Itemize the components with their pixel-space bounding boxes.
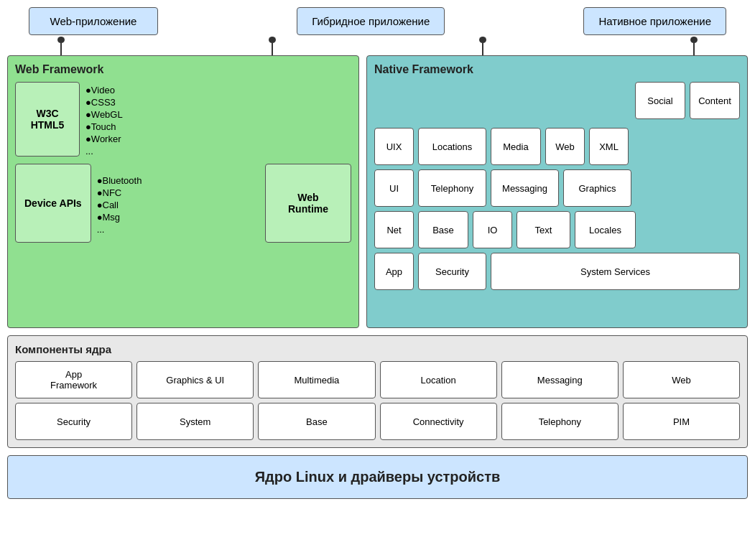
nf-row-4: App Security System Services <box>374 253 740 290</box>
dot-3 <box>479 37 486 43</box>
core-web-label: Web <box>672 375 691 386</box>
wf-top-row: W3CHTML5 ●Video ●CSS3 ●WebGL ●Touch ●Wor… <box>15 82 351 157</box>
core-multimedia-label: Multimedia <box>295 375 340 386</box>
nf-row-1: UIX Locations Media Web XML <box>374 128 740 165</box>
web-runtime-box: WebRuntime <box>265 164 351 243</box>
nf-web-label: Web <box>555 141 575 152</box>
nf-net-label: Net <box>386 225 401 235</box>
nf-system-services: System Services <box>491 253 740 290</box>
nf-text-label: Text <box>535 225 552 235</box>
web-app-label: Web-приложение <box>50 15 137 27</box>
device-apis-label: Device APIs <box>24 197 82 209</box>
core-location-label: Location <box>421 375 456 386</box>
w3c-box: W3CHTML5 <box>15 82 80 157</box>
nf-grid: Social Content UIX Locations Media <box>374 82 740 290</box>
feature-touch: ●Touch <box>85 121 123 132</box>
nf-net: Net <box>374 211 414 248</box>
nf-io-label: IO <box>488 225 498 235</box>
core-row-1: AppFramework Graphics & UI Multimedia Lo… <box>15 361 740 398</box>
connector-2 <box>269 35 276 55</box>
core-app-framework-label: AppFramework <box>50 369 97 391</box>
nf-social: Social <box>635 82 685 119</box>
nf-xml: XML <box>589 128 629 165</box>
feature-msg: ●Msg <box>97 212 142 223</box>
core-security-label: Security <box>57 416 91 427</box>
web-framework-title: Web Framework <box>15 63 351 76</box>
line-1 <box>60 43 62 55</box>
nf-graphics-label: Graphics <box>578 183 616 194</box>
nf-media: Media <box>491 128 541 165</box>
core-system-label: System <box>180 416 210 427</box>
nf-locations: Locations <box>418 128 486 165</box>
web-runtime-label: WebRuntime <box>288 192 328 215</box>
core-messaging: Messaging <box>501 361 619 398</box>
nf-locations-label: Locations <box>432 141 473 152</box>
frameworks-row: Web Framework W3CHTML5 ●Video ●CSS3 ●Web… <box>7 55 748 328</box>
core-telephony-label: Telephony <box>539 416 581 427</box>
nf-app: App <box>374 253 414 290</box>
connector-1 <box>57 35 65 55</box>
dot-2 <box>269 37 276 43</box>
core-telephony: Telephony <box>501 403 619 440</box>
nf-telephony-label: Telephony <box>431 183 473 194</box>
feature-more-top: ... <box>85 146 123 157</box>
core-system: System <box>136 403 254 440</box>
core-location: Location <box>380 361 497 398</box>
nf-row-3: Net Base IO Text Locales <box>374 211 740 248</box>
top-apps: Web-приложение Гибридное приложение Нати… <box>7 7 748 35</box>
nf-content-label: Content <box>698 95 731 106</box>
core-graphics-ui: Graphics & UI <box>136 361 254 398</box>
web-app-box: Web-приложение <box>29 7 158 35</box>
nf-row-2: UI Telephony Messaging Graphics <box>374 169 740 207</box>
feature-worker: ●Worker <box>85 134 123 144</box>
web-framework: Web Framework W3CHTML5 ●Video ●CSS3 ●Web… <box>7 55 359 328</box>
feature-more-bottom: ... <box>97 224 142 235</box>
core-base: Base <box>258 403 375 440</box>
linux-label: Ядро Linux и драйверы устройств <box>255 469 501 485</box>
core-connectivity: Connectivity <box>380 403 497 440</box>
nf-text: Text <box>517 211 570 248</box>
nf-uix: UIX <box>374 128 414 165</box>
nf-media-label: Media <box>503 141 528 152</box>
nf-messaging: Messaging <box>491 169 559 207</box>
connector-4 <box>690 35 698 55</box>
native-framework: Native Framework Social Content UIX <box>366 55 748 328</box>
feature-bluetooth: ●Bluetooth <box>97 175 142 186</box>
core-web: Web <box>623 361 740 398</box>
core-messaging-label: Messaging <box>537 375 583 386</box>
nf-messaging-label: Messaging <box>502 183 547 194</box>
wf-top-features: ●Video ●CSS3 ●WebGL ●Touch ●Worker ... <box>85 82 123 157</box>
hybrid-app-label: Гибридное приложение <box>312 15 430 27</box>
core-grid: AppFramework Graphics & UI Multimedia Lo… <box>15 361 740 440</box>
nf-telephony: Telephony <box>418 169 486 207</box>
core-multimedia: Multimedia <box>258 361 375 398</box>
feature-call: ●Call <box>97 200 142 210</box>
hybrid-app-box: Гибридное приложение <box>297 7 445 35</box>
native-framework-title: Native Framework <box>374 63 740 76</box>
nf-graphics: Graphics <box>563 169 631 207</box>
nf-system-services-label: System Services <box>580 266 650 277</box>
core-title: Компоненты ядра <box>15 343 740 355</box>
linux-bar: Ядро Linux и драйверы устройств <box>7 455 748 499</box>
native-app-box: Нативное приложение <box>583 7 726 35</box>
nf-app-label: App <box>386 266 402 277</box>
dot-1 <box>57 37 65 43</box>
nf-web: Web <box>545 128 585 165</box>
connector-3 <box>479 35 486 55</box>
nf-ui: UI <box>374 169 414 207</box>
nf-security: Security <box>418 253 486 290</box>
feature-css3: ●CSS3 <box>85 97 123 108</box>
nf-xml-label: XML <box>599 141 619 152</box>
wf-bottom-row: Device APIs ●Bluetooth ●NFC ●Call ●Msg .… <box>15 164 351 243</box>
nf-base-label: Base <box>432 225 454 235</box>
nf-row-0: Social Content <box>374 82 740 119</box>
core-graphics-ui-label: Graphics & UI <box>166 375 224 386</box>
core-security: Security <box>15 403 132 440</box>
connectors <box>7 35 748 55</box>
core-components: Компоненты ядра AppFramework Graphics & … <box>7 335 748 448</box>
core-pim: PIM <box>623 403 740 440</box>
line-3 <box>482 43 483 55</box>
nf-uix-label: UIX <box>386 141 402 152</box>
nf-content: Content <box>690 82 740 119</box>
native-app-label: Нативное приложение <box>598 15 711 27</box>
